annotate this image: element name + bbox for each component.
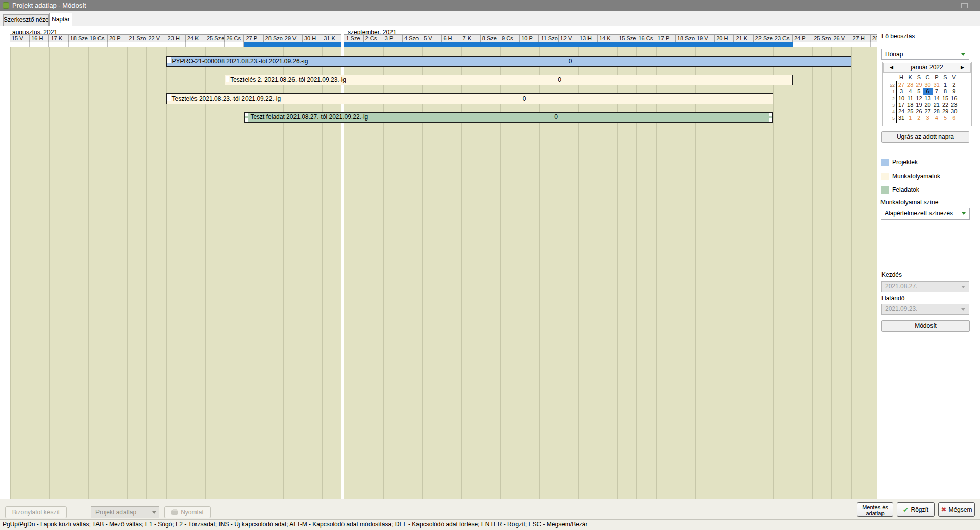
calendar-day[interactable]: 12 bbox=[914, 95, 923, 102]
modify-button[interactable]: Módosít bbox=[881, 320, 970, 332]
create-receipt-button[interactable]: Bizonylatot készít bbox=[5, 506, 67, 518]
calendar-day[interactable]: 5 bbox=[914, 88, 923, 95]
day-grid-column bbox=[832, 47, 851, 499]
jump-to-day-button[interactable]: Ugrás az adott napra bbox=[881, 131, 969, 143]
range-strip-cell bbox=[656, 42, 676, 47]
calendar-day[interactable]: 18 bbox=[905, 102, 915, 108]
calendar-day[interactable]: 30 bbox=[923, 82, 933, 88]
day-header-cell: 19 Cs bbox=[88, 35, 108, 42]
day-header-cell: 28 Szo bbox=[264, 35, 283, 42]
day-header-cell: 18 Szo bbox=[676, 35, 695, 42]
calendar-day-selected[interactable]: 6 bbox=[923, 88, 933, 95]
day-header-cell: 5 V bbox=[422, 35, 442, 42]
calendar-day[interactable]: 17 bbox=[897, 102, 906, 108]
range-strip-cell bbox=[500, 42, 520, 47]
calendar-day[interactable]: 3 bbox=[923, 115, 933, 122]
day-grid-column bbox=[852, 47, 871, 499]
selection-handle[interactable] bbox=[769, 113, 772, 116]
calendar-day[interactable]: 19 bbox=[914, 102, 923, 108]
save-and-sheet-button[interactable]: Mentés és adatlap bbox=[857, 502, 893, 517]
print-button[interactable]: Nyomtat bbox=[164, 506, 211, 518]
calendar-weekday-label: C bbox=[923, 74, 933, 80]
day-header-cell: 26 V bbox=[831, 35, 851, 42]
calendar-next-icon[interactable]: ▶ bbox=[961, 63, 964, 72]
calendar-day[interactable]: 1 bbox=[905, 115, 915, 122]
day-header-cell: 22 Sze bbox=[754, 35, 773, 42]
calendar-day[interactable]: 27 bbox=[897, 82, 906, 88]
tab-naptar[interactable]: Naptár bbox=[49, 13, 72, 26]
calendar-day[interactable]: 9 bbox=[949, 88, 959, 95]
calendar-day[interactable]: 28 bbox=[932, 108, 941, 115]
day-grid-column bbox=[69, 47, 89, 499]
calendar-day[interactable]: 10 bbox=[897, 95, 906, 102]
calendar-day[interactable]: 28 bbox=[905, 82, 915, 88]
bar-drag-handle[interactable] bbox=[226, 76, 229, 82]
range-strip-cell bbox=[403, 42, 422, 47]
mini-calendar[interactable]: ◀ január 2022 ▶ HKSCPSV52123452728293031… bbox=[882, 62, 972, 126]
check-icon: ✔ bbox=[903, 505, 909, 514]
gantt-calendar-view: augusztus, 2021 szeptember, 2021 15 V16 … bbox=[0, 26, 980, 499]
range-strip-cell bbox=[30, 42, 49, 47]
calendar-day[interactable]: 3 bbox=[897, 88, 906, 95]
calendar-day[interactable]: 2 bbox=[914, 115, 923, 122]
calendar-day[interactable]: 21 bbox=[932, 102, 941, 108]
report-select[interactable]: Projekt adatlap bbox=[91, 506, 159, 518]
calendar-day[interactable]: 13 bbox=[923, 95, 933, 102]
selection-handle[interactable] bbox=[769, 118, 772, 122]
calendar-day[interactable]: 23 bbox=[949, 102, 959, 108]
printer-icon bbox=[172, 510, 178, 515]
status-text: PgUp/PgDn - Lapok közti váltás; TAB - Me… bbox=[3, 520, 588, 529]
selection-handle[interactable] bbox=[245, 118, 248, 122]
calendar-day[interactable]: 14 bbox=[932, 95, 941, 102]
chevron-down-icon bbox=[152, 511, 156, 514]
tab-szerkeszto-nezet[interactable]: Szerkesztő nézet bbox=[3, 14, 49, 26]
calendar-day[interactable]: 24 bbox=[897, 108, 906, 115]
legend-color-swatch bbox=[881, 159, 889, 166]
calendar-day[interactable]: 29 bbox=[914, 82, 923, 88]
selection-handle[interactable] bbox=[245, 113, 248, 116]
day-grid-column bbox=[186, 47, 206, 499]
day-header-cell: 24 K bbox=[186, 35, 205, 42]
calendar-day[interactable]: 6 bbox=[949, 115, 959, 122]
calendar-header: ◀ január 2022 ▶ bbox=[883, 63, 971, 73]
calendar-day[interactable]: 11 bbox=[905, 95, 915, 102]
gantt-bar-task[interactable]: Teszt feladat 2021.08.27.-tól 2021.09.22… bbox=[244, 112, 773, 123]
calendar-day[interactable]: 2 bbox=[949, 82, 959, 88]
calendar-day[interactable]: 25 bbox=[905, 108, 915, 115]
day-grid-column bbox=[225, 47, 244, 499]
calendar-day[interactable]: 31 bbox=[897, 115, 906, 122]
calendar-day[interactable]: 31 bbox=[932, 82, 941, 88]
range-strip-cell bbox=[127, 42, 146, 47]
chevron-down-icon bbox=[961, 308, 965, 311]
calendar-day[interactable]: 27 bbox=[923, 108, 933, 115]
calendar-day[interactable]: 15 bbox=[941, 95, 950, 102]
save-button[interactable]: ✔Rögzít bbox=[897, 502, 935, 517]
calendar-day[interactable]: 8 bbox=[941, 88, 950, 95]
calendar-day[interactable]: 5 bbox=[941, 115, 950, 122]
calendar-day[interactable]: 30 bbox=[949, 108, 959, 115]
bar-drag-handle[interactable] bbox=[167, 94, 171, 101]
calendar-day[interactable]: 4 bbox=[905, 88, 915, 95]
restore-window-icon[interactable] bbox=[961, 3, 968, 8]
range-strip-cell bbox=[422, 42, 442, 47]
start-date-value: 2021.08.27. bbox=[885, 283, 917, 290]
workflow-color-select[interactable]: Alapértelmezett színezés bbox=[881, 208, 970, 220]
calendar-day[interactable]: 1 bbox=[941, 82, 950, 88]
day-header-cell: 17 K bbox=[49, 35, 68, 42]
calendar-day[interactable]: 26 bbox=[914, 108, 923, 115]
gantt-bar-project[interactable]: PYPRO-21-000008 2021.08.23.-tól 2021.09.… bbox=[166, 56, 851, 67]
calendar-day[interactable]: 29 bbox=[941, 108, 950, 115]
calendar-day[interactable]: 7 bbox=[932, 88, 941, 95]
gantt-bar-workflow[interactable]: Tesztelés 2021.08.23.-tól 2021.09.22.-ig… bbox=[166, 93, 773, 104]
gantt-bar-workflow[interactable]: Tesztelés 2. 2021.08.26.-tól 2021.09.23.… bbox=[225, 75, 793, 85]
calendar-day[interactable]: 20 bbox=[923, 102, 933, 108]
calendar-day[interactable]: 22 bbox=[941, 102, 950, 108]
range-strip-cell bbox=[303, 42, 322, 47]
chevron-down-icon bbox=[961, 53, 965, 56]
calendar-day[interactable]: 4 bbox=[932, 115, 941, 122]
bar-drag-handle[interactable] bbox=[167, 57, 171, 63]
cancel-button[interactable]: ✖Mégsem bbox=[938, 502, 975, 517]
main-division-select[interactable]: Hónap bbox=[881, 49, 969, 60]
calendar-day[interactable]: 16 bbox=[949, 95, 959, 102]
day-header-cell: 4 Szo bbox=[403, 35, 422, 42]
